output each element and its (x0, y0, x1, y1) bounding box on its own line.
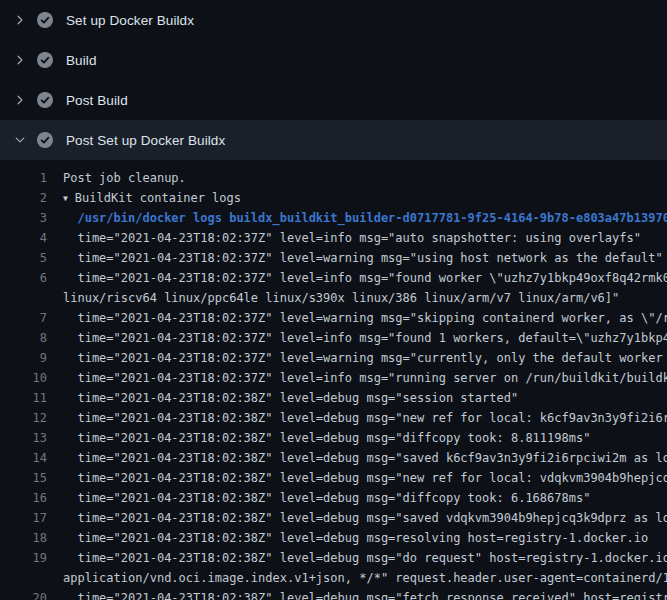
log-text: time="2021-04-23T18:02:37Z" level=info m… (47, 368, 667, 388)
line-number[interactable]: 16 (0, 488, 47, 508)
line-number[interactable]: 4 (0, 228, 47, 248)
log-text: time="2021-04-23T18:02:38Z" level=debug … (47, 408, 667, 428)
log-row: 18 time="2021-04-23T18:02:38Z" level=deb… (0, 528, 667, 548)
log-row-wrap: linux/riscv64 linux/ppc64le linux/s390x … (0, 288, 667, 308)
log-row: 7 time="2021-04-23T18:02:37Z" level=warn… (0, 308, 667, 328)
line-number (0, 568, 47, 588)
line-number[interactable]: 18 (0, 528, 47, 548)
log-row: 15 time="2021-04-23T18:02:38Z" level=deb… (0, 468, 667, 488)
chevron-right-icon (13, 13, 27, 27)
log-text: time="2021-04-23T18:02:37Z" level=info m… (47, 268, 667, 288)
log-text: time="2021-04-23T18:02:38Z" level=debug … (47, 488, 667, 508)
log-row: 3 /usr/bin/docker logs buildx_buildkit_b… (0, 208, 667, 228)
log-text: time="2021-04-23T18:02:38Z" level=debug … (47, 388, 667, 408)
line-number[interactable]: 14 (0, 448, 47, 468)
log-text: time="2021-04-23T18:02:37Z" level=warnin… (47, 248, 667, 268)
line-number[interactable]: 12 (0, 408, 47, 428)
log-text: time="2021-04-23T18:02:38Z" level=debug … (47, 428, 667, 448)
step-header-post-build[interactable]: Post Build (0, 80, 667, 120)
log-text: time="2021-04-23T18:02:37Z" level=info m… (47, 328, 667, 348)
step-header-post-set-up-docker-buildx[interactable]: Post Set up Docker Buildx (0, 120, 667, 160)
log-row-wrap: application/vnd.oci.image.index.v1+json,… (0, 568, 667, 588)
check-circle-icon (37, 92, 53, 108)
line-number[interactable]: 9 (0, 348, 47, 368)
log-row: 13 time="2021-04-23T18:02:38Z" level=deb… (0, 428, 667, 448)
log-viewer: 1Post job cleanup.2▼BuildKit container l… (0, 160, 667, 600)
line-number[interactable]: 1 (0, 168, 47, 188)
step-header-set-up-docker-buildx[interactable]: Set up Docker Buildx (0, 0, 667, 40)
log-row: 11 time="2021-04-23T18:02:38Z" level=deb… (0, 388, 667, 408)
log-text: time="2021-04-23T18:02:38Z" level=debug … (47, 468, 667, 488)
check-circle-icon (37, 132, 53, 148)
line-number[interactable]: 20 (0, 588, 47, 600)
log-row: 10 time="2021-04-23T18:02:37Z" level=inf… (0, 368, 667, 388)
chevron-right-icon (13, 53, 27, 67)
line-number[interactable]: 19 (0, 548, 47, 568)
line-number[interactable]: 10 (0, 368, 47, 388)
log-row: 8 time="2021-04-23T18:02:37Z" level=info… (0, 328, 667, 348)
step-label: Build (66, 53, 97, 68)
log-row: 5 time="2021-04-23T18:02:37Z" level=warn… (0, 248, 667, 268)
log-text: time="2021-04-23T18:02:37Z" level=warnin… (47, 348, 667, 368)
step-label: Set up Docker Buildx (66, 13, 194, 28)
line-number[interactable]: 5 (0, 248, 47, 268)
log-text: linux/riscv64 linux/ppc64le linux/s390x … (47, 288, 667, 308)
line-number[interactable]: 17 (0, 508, 47, 528)
log-row: 9 time="2021-04-23T18:02:37Z" level=warn… (0, 348, 667, 368)
log-group-toggle[interactable]: ▼BuildKit container logs (47, 188, 667, 208)
line-number[interactable]: 15 (0, 468, 47, 488)
log-row: 19 time="2021-04-23T18:02:38Z" level=deb… (0, 548, 667, 568)
log-row: 14 time="2021-04-23T18:02:38Z" level=deb… (0, 448, 667, 468)
triangle-down-icon: ▼ (63, 189, 68, 208)
log-row: 12 time="2021-04-23T18:02:38Z" level=deb… (0, 408, 667, 428)
line-number[interactable]: 8 (0, 328, 47, 348)
step-label: Post Build (66, 93, 128, 108)
check-circle-icon (37, 52, 53, 68)
step-header-build[interactable]: Build (0, 40, 667, 80)
log-row: 4 time="2021-04-23T18:02:37Z" level=info… (0, 228, 667, 248)
line-number[interactable]: 7 (0, 308, 47, 328)
line-number[interactable]: 3 (0, 208, 47, 228)
log-row: 1Post job cleanup. (0, 168, 667, 188)
line-number[interactable]: 2 (0, 188, 47, 208)
log-text: application/vnd.oci.image.index.v1+json,… (47, 568, 667, 588)
log-row: 17 time="2021-04-23T18:02:38Z" level=deb… (0, 508, 667, 528)
steps-list: Set up Docker BuildxBuildPost BuildPost … (0, 0, 667, 160)
log-text: time="2021-04-23T18:02:38Z" level=debug … (47, 548, 667, 568)
log-text: time="2021-04-23T18:02:37Z" level=warnin… (47, 308, 667, 328)
line-number[interactable]: 13 (0, 428, 47, 448)
log-command-text: /usr/bin/docker logs buildx_buildkit_bui… (47, 208, 667, 228)
log-text: time="2021-04-23T18:02:38Z" level=debug … (47, 528, 667, 548)
check-circle-icon (37, 12, 53, 28)
log-group-label: BuildKit container logs (75, 191, 241, 205)
line-number[interactable]: 11 (0, 388, 47, 408)
step-label: Post Set up Docker Buildx (66, 133, 225, 148)
log-text: time="2021-04-23T18:02:38Z" level=debug … (47, 588, 667, 600)
line-number (0, 288, 47, 308)
log-text: time="2021-04-23T18:02:37Z" level=info m… (47, 228, 667, 248)
chevron-right-icon (13, 93, 27, 107)
log-text: Post job cleanup. (47, 168, 667, 188)
chevron-down-icon (13, 133, 27, 147)
log-row: 20 time="2021-04-23T18:02:38Z" level=deb… (0, 588, 667, 600)
log-text: time="2021-04-23T18:02:38Z" level=debug … (47, 508, 667, 528)
log-text: time="2021-04-23T18:02:38Z" level=debug … (47, 448, 667, 468)
log-row: 16 time="2021-04-23T18:02:38Z" level=deb… (0, 488, 667, 508)
log-row: 6 time="2021-04-23T18:02:37Z" level=info… (0, 268, 667, 288)
line-number[interactable]: 6 (0, 268, 47, 288)
log-row: 2▼BuildKit container logs (0, 188, 667, 208)
